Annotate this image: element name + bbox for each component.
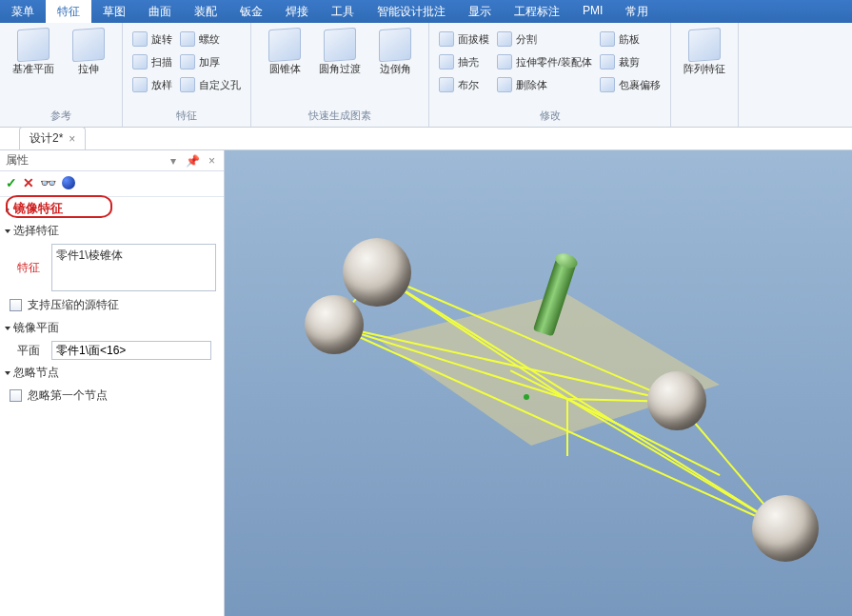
menu-tab[interactable]: 焊接	[274, 0, 320, 23]
command-icon	[72, 28, 105, 62]
compressed-checkbox-row[interactable]: 支持压缩的源特征	[0, 293, 224, 317]
ribbon-small-button[interactable]: 面拔模	[439, 29, 489, 50]
document-tab-row: 设计2* ×	[0, 128, 852, 150]
command-icon	[497, 77, 512, 92]
ribbon-button[interactable]: 阵列特征	[677, 27, 732, 77]
command-icon	[379, 28, 411, 62]
command-icon	[600, 54, 615, 70]
property-panel: 属性 ▾ 📌 × ✓ ✕ 👓 镜像特征 选择特征 特征 零件1\棱锥体	[0, 150, 225, 616]
ribbon-button-label: 旋转	[151, 32, 172, 47]
command-icon	[268, 28, 301, 62]
select-feature-section[interactable]: 选择特征	[0, 220, 224, 242]
wireframe-edge	[566, 399, 568, 456]
ignore-section[interactable]: 忽略节点	[0, 362, 224, 384]
ribbon-small-button[interactable]: 包裹偏移	[600, 74, 661, 95]
ok-button[interactable]: ✓	[6, 175, 17, 190]
ribbon-button[interactable]: 基准平面	[6, 27, 61, 77]
command-icon	[132, 54, 148, 70]
ribbon-button-label: 自定义孔	[199, 78, 241, 92]
ribbon-button-label: 分割	[516, 32, 537, 47]
command-icon	[600, 31, 615, 47]
menu-tab[interactable]: 钣金	[228, 0, 274, 23]
ribbon-button-label: 放样	[151, 78, 172, 92]
command-icon	[439, 54, 454, 70]
ribbon-small-button[interactable]: 螺纹	[180, 29, 241, 50]
ribbon-group-label: 参考	[6, 107, 116, 125]
menu-tab[interactable]: PMI	[571, 0, 614, 23]
ribbon-small-button[interactable]: 抽壳	[439, 51, 489, 72]
menu-tab[interactable]: 工程标注	[503, 0, 571, 23]
panel-toolbar: ✓ ✕ 👓	[0, 171, 224, 197]
command-icon	[180, 54, 195, 70]
ribbon-button-label: 加厚	[199, 55, 220, 70]
mirror-feature-node[interactable]: 镜像特征	[0, 197, 224, 220]
command-icon	[180, 77, 195, 92]
checkbox-icon[interactable]	[10, 299, 22, 311]
ribbon-button[interactable]: 边倒角	[367, 27, 423, 77]
close-panel-icon[interactable]: ×	[206, 154, 218, 168]
model-sphere	[752, 495, 819, 562]
menu-tab[interactable]: 草图	[91, 0, 137, 23]
ribbon-small-button[interactable]: 加厚	[180, 51, 241, 72]
ribbon-small-button[interactable]: 裁剪	[600, 51, 661, 72]
menu-tab[interactable]: 工具	[320, 0, 366, 23]
ribbon-button-label: 螺纹	[199, 32, 220, 47]
document-tab[interactable]: 设计2* ×	[19, 127, 86, 149]
close-icon[interactable]: ×	[69, 132, 75, 146]
ribbon-button[interactable]: 拉伸	[61, 27, 116, 77]
plane-input[interactable]	[51, 341, 211, 360]
ribbon-small-button[interactable]: 布尔	[439, 74, 489, 95]
ribbon-small-button[interactable]: 分割	[497, 29, 592, 50]
ignore-first-row[interactable]: 忽略第一个节点	[0, 384, 224, 407]
menu-tab[interactable]: 装配	[183, 0, 228, 23]
ribbon-button[interactable]: 圆角过渡	[312, 27, 367, 77]
ribbon-button-label: 裁剪	[619, 55, 640, 70]
ribbon-button-label: 边倒角	[380, 63, 411, 75]
cancel-button[interactable]: ✕	[23, 175, 34, 190]
ribbon-button-label: 扫描	[151, 55, 172, 70]
3d-viewport[interactable]	[225, 150, 852, 616]
ribbon-group-label: 修改	[435, 107, 664, 125]
ribbon-small-button[interactable]: 自定义孔	[180, 74, 241, 95]
panel-controls: ▾ 📌 ×	[168, 154, 218, 168]
command-icon	[439, 31, 454, 47]
ribbon-small-button[interactable]: 拉伸零件/装配体	[497, 51, 592, 72]
ribbon-small-button[interactable]: 删除体	[497, 74, 592, 95]
preview-icon[interactable]: 👓	[40, 175, 56, 190]
compressed-label: 支持压缩的源特征	[28, 297, 119, 313]
color-ball-icon[interactable]	[62, 176, 75, 189]
menu-tab[interactable]: 常用	[614, 0, 660, 23]
mirror-plane-section[interactable]: 镜像平面	[0, 317, 224, 339]
command-icon	[132, 31, 148, 47]
ribbon-button-label: 布尔	[458, 78, 479, 92]
checkbox-icon[interactable]	[10, 389, 22, 402]
ribbon-small-button[interactable]: 放样	[132, 74, 172, 95]
ribbon-button[interactable]: 圆锥体	[257, 27, 312, 77]
model-sphere	[647, 371, 706, 430]
pin-icon[interactable]: 📌	[183, 154, 203, 168]
feature-list-input[interactable]: 零件1\棱锥体	[51, 244, 216, 291]
menu-tab[interactable]: 曲面	[137, 0, 183, 23]
ribbon-small-button[interactable]: 扫描	[132, 51, 172, 72]
section-label: 镜像平面	[13, 321, 59, 334]
ribbon-group: 阵列特征	[671, 23, 739, 127]
ribbon-small-button[interactable]: 旋转	[132, 29, 172, 50]
ribbon-small-button[interactable]: 筋板	[600, 29, 661, 50]
ribbon-group-label: 特征	[129, 107, 245, 125]
feature-label: 特征	[17, 260, 46, 276]
menu-tab[interactable]: 智能设计批注	[366, 0, 457, 23]
ribbon-group: 基准平面拉伸参考	[0, 23, 123, 127]
menu-tab[interactable]: 菜单	[0, 0, 46, 23]
ribbon-button-label: 抽壳	[458, 55, 479, 70]
ribbon-group: 面拔模抽壳布尔分割拉伸零件/装配体删除体筋板裁剪包裹偏移修改	[429, 23, 671, 127]
ribbon-button-label: 删除体	[516, 78, 547, 92]
command-icon	[180, 31, 195, 47]
command-icon	[600, 77, 615, 92]
plane-label: 平面	[17, 343, 46, 359]
menu-tab[interactable]: 显示	[457, 0, 503, 23]
panel-title: 属性	[6, 152, 29, 169]
section-label: 忽略节点	[13, 366, 59, 379]
menu-tab[interactable]: 特征	[46, 0, 91, 23]
ribbon-button-label: 圆锥体	[269, 63, 301, 75]
dropdown-icon[interactable]: ▾	[168, 154, 179, 168]
